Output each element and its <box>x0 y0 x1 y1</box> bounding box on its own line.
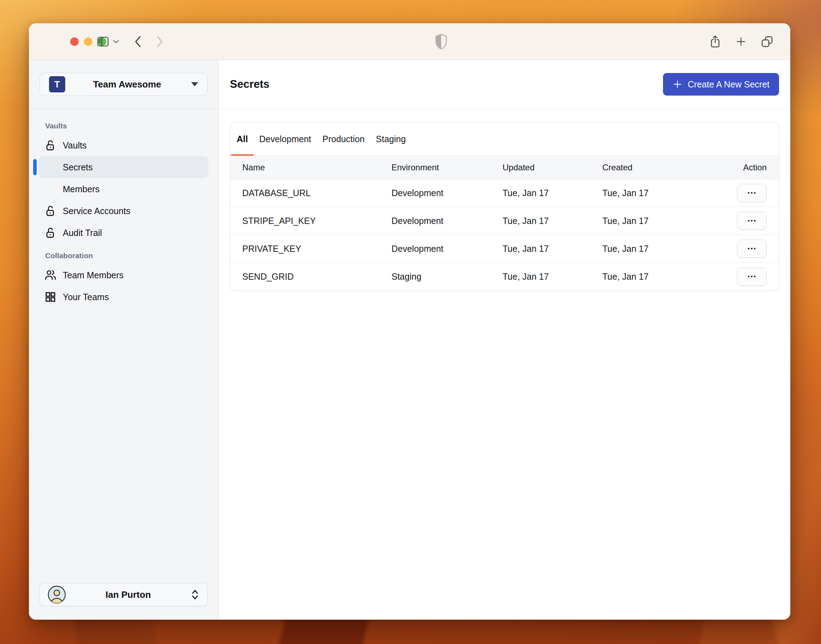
tab-production[interactable]: Production <box>317 123 370 156</box>
team-name: Team Awesome <box>65 79 189 90</box>
sidebar-nav: Vaults Vaults Secrets <box>29 109 218 583</box>
app-shield-icon <box>435 23 448 60</box>
secret-created: Tue, Jan 17 <box>602 188 717 198</box>
sidebar-item-service-accounts[interactable]: Service Accounts <box>39 200 208 222</box>
chevron-down-icon[interactable] <box>113 40 119 44</box>
unlock-icon <box>44 205 57 217</box>
secret-environment: Development <box>391 188 502 198</box>
user-name: Ian Purton <box>66 589 190 600</box>
table-header: Name Environment Updated Created Action <box>230 156 779 179</box>
person-circle-icon <box>47 586 66 604</box>
tab-development[interactable]: Development <box>254 123 317 156</box>
team-avatar: T <box>49 76 65 92</box>
sidebar-item-label: Members <box>63 184 100 194</box>
table-row: SEND_GRID Staging Tue, Jan 17 Tue, Jan 1… <box>230 263 779 291</box>
sidebar-item-label: Audit Trail <box>63 228 102 238</box>
caret-down-icon <box>191 82 198 86</box>
secret-updated: Tue, Jan 17 <box>502 188 602 198</box>
ellipsis-icon: ... <box>747 241 757 252</box>
secret-name: STRIPE_API_KEY <box>242 216 391 226</box>
secret-name: PRIVATE_KEY <box>242 244 391 254</box>
close-window-button[interactable] <box>70 37 79 46</box>
main-header: Secrets Create A New Secret <box>219 60 790 109</box>
secret-created: Tue, Jan 17 <box>602 244 717 254</box>
tab-all[interactable]: All <box>231 123 254 156</box>
forward-icon[interactable] <box>156 35 164 48</box>
sidebar-item-label: Team Members <box>63 270 123 281</box>
users-icon <box>44 269 57 281</box>
secret-updated: Tue, Jan 17 <box>502 216 602 226</box>
plus-icon[interactable] <box>735 36 747 47</box>
tab-staging[interactable]: Staging <box>370 123 412 156</box>
secret-name: DATABASE_URL <box>242 188 391 198</box>
secret-environment: Development <box>391 244 502 254</box>
secret-environment: Staging <box>391 271 502 282</box>
ellipsis-icon: ... <box>747 185 757 196</box>
secret-environment: Development <box>391 216 502 226</box>
user-menu[interactable]: Ian Purton <box>40 583 208 606</box>
ellipsis-icon: ... <box>747 213 757 224</box>
section-label-vaults: Vaults <box>45 122 208 130</box>
ellipsis-icon: ... <box>747 269 757 280</box>
page-title: Secrets <box>230 78 270 90</box>
sidebar-item-team-members[interactable]: Team Members <box>39 264 208 286</box>
sidebar-item-label: Your Teams <box>63 292 109 302</box>
secret-created: Tue, Jan 17 <box>602 216 717 226</box>
selected-indicator <box>33 159 37 175</box>
unlock-icon <box>44 227 57 239</box>
window-body: T Team Awesome Vaults Vaults <box>29 60 790 619</box>
share-icon[interactable] <box>709 35 721 49</box>
sidebar-item-secrets[interactable]: Secrets <box>39 156 208 178</box>
secret-updated: Tue, Jan 17 <box>502 244 602 254</box>
secret-name: SEND_GRID <box>242 271 391 282</box>
team-switcher[interactable]: T Team Awesome <box>40 73 208 96</box>
create-new-secret-button[interactable]: Create A New Secret <box>663 73 779 95</box>
main-content: All Development Production Staging Name … <box>219 109 790 304</box>
sidebar-item-audit-trail[interactable]: Audit Trail <box>39 222 208 244</box>
window-titlebar <box>29 23 790 60</box>
copy-tabs-icon[interactable] <box>761 35 774 48</box>
environment-tabs: All Development Production Staging <box>230 123 779 156</box>
section-label-collaboration: Collaboration <box>45 251 208 260</box>
row-actions-button[interactable]: ... <box>737 184 767 202</box>
team-switcher-area: T Team Awesome <box>29 60 218 109</box>
column-header-name: Name <box>242 163 391 172</box>
sidebar-item-your-teams[interactable]: Your Teams <box>39 286 208 308</box>
secret-created: Tue, Jan 17 <box>602 271 717 282</box>
chevron-up-down-icon <box>190 589 200 601</box>
sidebar-footer: Ian Purton <box>29 583 218 619</box>
create-button-label: Create A New Secret <box>688 79 769 90</box>
row-actions-button[interactable]: ... <box>737 268 767 286</box>
column-header-environment: Environment <box>391 163 502 172</box>
sidebar: T Team Awesome Vaults Vaults <box>29 60 219 619</box>
main-panel: Secrets Create A New Secret All Developm… <box>219 60 790 619</box>
table-row: STRIPE_API_KEY Development Tue, Jan 17 T… <box>230 207 779 235</box>
app-window: T Team Awesome Vaults Vaults <box>29 23 790 619</box>
column-header-updated: Updated <box>502 163 602 172</box>
grid-icon <box>44 291 57 303</box>
back-icon[interactable] <box>134 35 142 48</box>
column-header-created: Created <box>602 163 717 172</box>
sidebar-item-vaults[interactable]: Vaults <box>39 134 208 156</box>
table-row: PRIVATE_KEY Development Tue, Jan 17 Tue,… <box>230 235 779 263</box>
minimize-window-button[interactable] <box>84 37 92 46</box>
column-header-action: Action <box>717 163 767 172</box>
secrets-card: All Development Production Staging Name … <box>230 122 779 291</box>
titlebar-left-toolbar <box>96 23 164 60</box>
plus-icon <box>672 79 682 89</box>
secret-updated: Tue, Jan 17 <box>502 271 602 282</box>
row-actions-button[interactable]: ... <box>737 212 767 230</box>
unlock-icon <box>44 139 57 151</box>
row-actions-button[interactable]: ... <box>737 239 767 258</box>
sidebar-item-label: Service Accounts <box>63 206 130 216</box>
sidebar-toggle-icon[interactable] <box>96 36 109 47</box>
table-row: DATABASE_URL Development Tue, Jan 17 Tue… <box>230 179 779 207</box>
sidebar-item-label: Secrets <box>63 162 93 172</box>
sidebar-item-label: Vaults <box>63 140 87 150</box>
titlebar-right-toolbar <box>709 23 774 60</box>
sidebar-item-members[interactable]: Members <box>39 178 208 200</box>
